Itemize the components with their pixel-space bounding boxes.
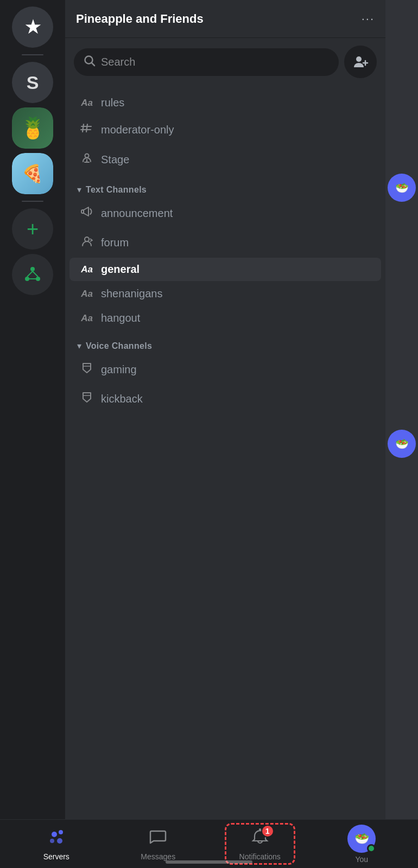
channel-name: kickback xyxy=(101,393,143,405)
search-input[interactable] xyxy=(101,56,329,68)
text-channel-icon: Aa xyxy=(79,98,94,108)
server-icon-add[interactable]: + xyxy=(12,208,53,250)
messages-icon xyxy=(148,827,168,850)
channel-name: announcement xyxy=(101,207,173,220)
pineapple-emoji: 🍍 xyxy=(12,107,53,149)
peek-avatar-1: 🥗 xyxy=(388,174,416,202)
search-input-wrapper[interactable] xyxy=(74,48,339,76)
announcement-icon xyxy=(79,205,94,222)
server-icon-directory[interactable] xyxy=(12,254,53,295)
server-rail-divider xyxy=(22,54,43,55)
online-indicator xyxy=(367,844,376,853)
right-peek: 🥗 🥗 xyxy=(385,0,418,819)
channel-name: rules xyxy=(101,97,124,109)
hash-icon xyxy=(79,121,94,139)
server-name: Pineapple and Friends xyxy=(76,12,204,26)
svg-line-7 xyxy=(92,62,95,66)
channel-item-rules[interactable]: Aa rules xyxy=(69,91,381,114)
text-channel-icon: Aa xyxy=(79,289,94,299)
search-icon xyxy=(84,55,96,69)
add-member-icon xyxy=(352,53,369,71)
search-bar-container xyxy=(65,38,385,86)
search-bar-row xyxy=(74,46,377,78)
text-channel-icon: Aa xyxy=(79,264,94,275)
nav-item-notifications[interactable]: 1 Notifications xyxy=(225,823,295,865)
nav-label-you: You xyxy=(355,855,368,864)
channel-name: hangout xyxy=(101,312,140,324)
add-member-button[interactable] xyxy=(344,46,377,78)
svg-line-3 xyxy=(27,271,33,277)
server-icon-pizza[interactable]: 🍕 xyxy=(12,153,53,194)
svg-point-15 xyxy=(85,154,89,158)
channel-item-announcement[interactable]: announcement xyxy=(69,199,381,227)
channel-item-gaming[interactable]: gaming xyxy=(69,355,381,384)
channel-item-forum[interactable]: forum xyxy=(69,228,381,257)
svg-line-11 xyxy=(83,124,84,132)
voice-icon xyxy=(79,361,94,378)
channel-name: shenanigans xyxy=(101,288,162,300)
notification-wrapper: 1 xyxy=(250,827,270,850)
nav-item-messages[interactable]: Messages xyxy=(123,824,193,864)
you-avatar: 🥗 xyxy=(347,825,376,853)
server-icon-favorites[interactable]: ★ xyxy=(12,7,53,48)
notification-badge: 1 xyxy=(261,825,274,838)
svg-marker-17 xyxy=(83,363,91,373)
svg-point-22 xyxy=(59,830,63,834)
svg-point-21 xyxy=(52,832,57,837)
category-text-channels[interactable]: ▾ Text Channels xyxy=(69,177,381,198)
svg-point-16 xyxy=(85,237,89,241)
category-arrow-icon: ▾ xyxy=(77,341,81,351)
channel-item-general[interactable]: Aa general xyxy=(69,258,381,281)
svg-line-4 xyxy=(33,271,38,277)
pizza-emoji: 🍕 xyxy=(12,153,53,194)
category-label: Voice Channels xyxy=(86,341,152,351)
svg-point-8 xyxy=(356,56,362,62)
channel-item-hangout[interactable]: Aa hangout xyxy=(69,307,381,330)
add-server-icon: + xyxy=(27,219,39,239)
server-rail: ★ S 🍍 🍕 + xyxy=(0,0,65,819)
directory-icon xyxy=(23,265,42,284)
nav-item-you[interactable]: 🥗 You xyxy=(326,821,397,867)
svg-point-0 xyxy=(30,267,35,271)
server-rail-divider-2 xyxy=(22,201,43,202)
channel-name: Stage xyxy=(101,154,129,166)
server-icon-pineapple[interactable]: 🍍 xyxy=(12,107,53,149)
channel-sidebar: Pineapple and Friends ··· xyxy=(65,0,385,819)
channel-name: general xyxy=(101,263,140,276)
servers-icon xyxy=(47,827,66,850)
server-icon-s[interactable]: S xyxy=(12,62,53,103)
channel-list: Aa rules moderator-only xyxy=(65,86,385,819)
voice-icon xyxy=(79,390,94,407)
channel-item-stage[interactable]: Stage xyxy=(69,145,381,174)
svg-line-12 xyxy=(86,124,87,132)
forum-icon xyxy=(79,234,94,251)
more-options-button[interactable]: ··· xyxy=(362,12,375,26)
category-arrow-icon: ▾ xyxy=(77,184,81,195)
bottom-nav: Servers Messages 1 Notifications 🥗 xyxy=(0,819,418,868)
server-header: Pineapple and Friends ··· xyxy=(65,0,385,38)
channel-item-moderator-only[interactable]: moderator-only xyxy=(69,116,381,144)
text-channel-icon: Aa xyxy=(79,313,94,324)
nav-item-servers[interactable]: Servers xyxy=(21,824,92,864)
peek-avatar-2: 🥗 xyxy=(388,430,416,458)
channel-item-kickback[interactable]: kickback xyxy=(69,385,381,413)
category-label: Text Channels xyxy=(86,185,147,195)
category-voice-channels[interactable]: ▾ Voice Channels xyxy=(69,333,381,354)
nav-label-messages: Messages xyxy=(141,852,175,861)
home-indicator xyxy=(166,860,252,864)
nav-label-notifications: Notifications xyxy=(239,852,281,861)
channel-name: gaming xyxy=(101,363,137,376)
svg-point-23 xyxy=(50,839,54,843)
channel-name: forum xyxy=(101,237,129,249)
stage-icon xyxy=(79,151,94,168)
channel-name: moderator-only xyxy=(101,124,174,136)
nav-label-servers: Servers xyxy=(43,852,69,861)
svg-marker-19 xyxy=(83,393,91,402)
channel-item-shenanigans[interactable]: Aa shenanigans xyxy=(69,282,381,305)
svg-point-24 xyxy=(57,838,62,844)
